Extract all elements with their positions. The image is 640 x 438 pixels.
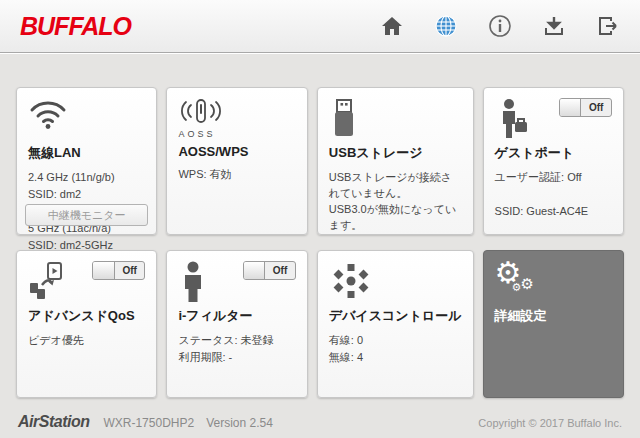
- firmware-version: Version 2.54: [206, 416, 273, 430]
- home-icon[interactable]: [380, 14, 404, 38]
- wireless-24ghz: 2.4 GHz (11n/g/b): [28, 169, 145, 186]
- filter-status: ステータス: 未登録: [178, 332, 295, 349]
- header-icons: [380, 14, 620, 38]
- dashboard: 無線LAN 2.4 GHz (11n/g/b) SSID: dm2 5 GHz …: [0, 53, 640, 398]
- filter-expiry: 利用期限: -: [178, 349, 295, 366]
- usb-icon: [329, 98, 359, 138]
- repeater-monitor-button[interactable]: 中継機モニター: [25, 204, 148, 226]
- toggle-label: Off: [581, 99, 611, 116]
- qos-icon: [28, 261, 72, 303]
- card-title: デバイスコントロール: [329, 307, 462, 325]
- card-guest-port[interactable]: Off ゲストポート ユーザー認証: Off SSID: Guest-AC4E: [483, 87, 624, 235]
- card-advanced-settings[interactable]: ⚙ ⚙ ⚙ 詳細設定: [483, 250, 624, 398]
- guest-ssid: SSID: Guest-AC4E: [495, 203, 612, 220]
- toggle-knob: [560, 99, 581, 116]
- globe-icon[interactable]: [434, 14, 458, 38]
- guest-auth: ユーザー認証: Off: [495, 169, 612, 186]
- qos-mode: ビデオ優先: [28, 332, 145, 349]
- qos-toggle[interactable]: Off: [92, 261, 145, 280]
- toggle-knob: [93, 262, 114, 279]
- guest-port-toggle[interactable]: Off: [559, 98, 612, 117]
- card-i-filter[interactable]: Off i-フィルター ステータス: 未登録 利用期限: -: [166, 250, 307, 398]
- card-title: 詳細設定: [495, 307, 612, 325]
- card-title: 無線LAN: [28, 144, 145, 162]
- gears-icon: ⚙ ⚙ ⚙: [495, 261, 555, 305]
- card-title: AOSS/WPS: [178, 144, 295, 159]
- toggle-knob: [244, 262, 265, 279]
- header: BUFFALO: [0, 0, 640, 53]
- model-number: WXR-1750DHP2: [103, 416, 194, 430]
- footer: AirStation WXR-1750DHP2 Version 2.54 Cop…: [0, 398, 640, 431]
- buffalo-logo: BUFFALO: [20, 12, 131, 41]
- aoss-caption: AOSS: [178, 129, 295, 139]
- person-icon: [178, 261, 208, 303]
- card-grid: 無線LAN 2.4 GHz (11n/g/b) SSID: dm2 5 GHz …: [16, 87, 624, 398]
- wired-count: 有線: 0: [329, 332, 462, 349]
- wifi-icon: [28, 98, 68, 130]
- card-title: ゲストポート: [495, 144, 612, 162]
- card-wireless-lan[interactable]: 無線LAN 2.4 GHz (11n/g/b) SSID: dm2 5 GHz …: [16, 87, 157, 235]
- card-advanced-qos[interactable]: Off アドバンスドQoS ビデオ優先: [16, 250, 157, 398]
- card-title: USBストレージ: [329, 144, 462, 162]
- usb-status: USBストレージが接続されていません。: [329, 169, 462, 201]
- devices-icon: [329, 261, 373, 303]
- wps-status: WPS: 有効: [178, 166, 295, 183]
- info-icon[interactable]: [488, 14, 512, 38]
- wireless-24ghz-ssid: SSID: dm2: [28, 186, 145, 203]
- wireless-count: 無線: 4: [329, 349, 462, 366]
- i-filter-toggle[interactable]: Off: [243, 261, 296, 280]
- card-device-control[interactable]: デバイスコントロール 有線: 0 無線: 4: [317, 250, 474, 398]
- guest-icon: [495, 98, 529, 140]
- card-title: i-フィルター: [178, 307, 295, 325]
- card-title: アドバンスドQoS: [28, 307, 145, 325]
- logout-icon[interactable]: [596, 14, 620, 38]
- spacer: [495, 186, 612, 203]
- card-aoss-wps[interactable]: AOSS AOSS/WPS WPS: 有効: [166, 87, 307, 235]
- toggle-label: Off: [265, 262, 295, 279]
- copyright: Copyright © 2017 Buffalo Inc.: [478, 417, 622, 429]
- download-icon[interactable]: [542, 14, 566, 38]
- card-usb-storage[interactable]: USBストレージ USBストレージが接続されていません。 USB3.0が無効にな…: [317, 87, 474, 235]
- airstation-logo: AirStation: [18, 413, 89, 431]
- toggle-label: Off: [115, 262, 145, 279]
- aoss-icon: [178, 98, 224, 124]
- usb3-status: USB3.0が無効になっています。: [329, 201, 462, 233]
